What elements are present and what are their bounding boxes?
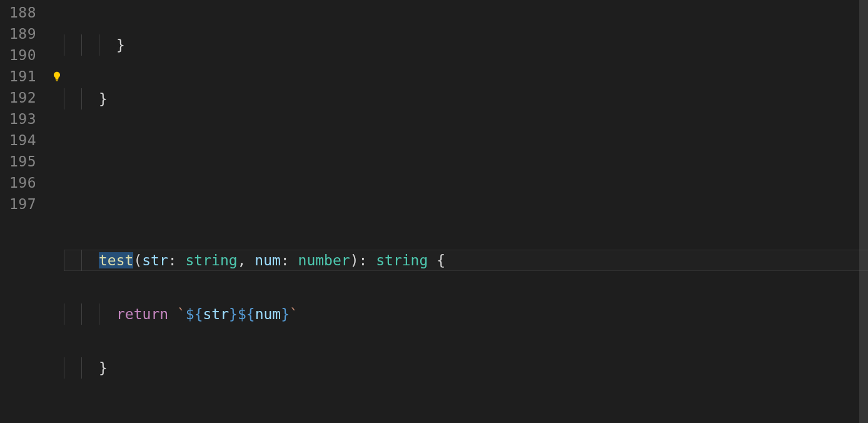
code-token: ${	[186, 306, 203, 322]
code-token: str	[142, 252, 168, 268]
scrollbar-thumb[interactable]	[859, 0, 868, 423]
code-line[interactable]: }	[64, 34, 868, 56]
code-editor[interactable]: 188 189 190 191 192 193 194 195 196 197	[0, 0, 868, 423]
code-token: }	[116, 37, 125, 53]
line-number: 191	[0, 66, 49, 87]
code-line[interactable]: }	[64, 88, 868, 110]
line-number: 193	[0, 108, 49, 130]
line-number: 192	[0, 87, 49, 108]
code-area[interactable]: } } test(str: string, num: number): stri…	[64, 0, 868, 423]
vertical-scrollbar[interactable]	[859, 0, 868, 423]
code-line[interactable]	[64, 142, 868, 163]
code-line[interactable]: }	[64, 357, 868, 379]
code-line-content: }	[64, 37, 125, 53]
code-token: ${	[238, 306, 255, 322]
code-token: }	[229, 306, 238, 322]
code-token: `	[177, 306, 186, 322]
svg-rect-0	[56, 79, 59, 80]
line-number: 196	[0, 172, 49, 193]
svg-rect-1	[56, 80, 58, 81]
code-token: }	[99, 360, 108, 376]
line-number: 197	[0, 193, 49, 215]
code-token: (	[133, 252, 142, 268]
lightbulb-icon[interactable]	[51, 71, 63, 82]
code-token: string	[376, 252, 428, 268]
code-token: {	[428, 252, 445, 268]
code-token	[168, 306, 177, 322]
code-token: ,	[238, 252, 255, 268]
code-token: string	[186, 252, 238, 268]
code-token: num	[255, 252, 281, 268]
code-token: num	[255, 306, 281, 322]
code-line[interactable]	[64, 196, 868, 217]
code-line-content: }	[64, 360, 108, 376]
code-token: }	[281, 306, 290, 322]
code-token: }	[99, 91, 108, 107]
code-token: `	[290, 306, 298, 322]
code-token: ):	[350, 252, 376, 268]
glyph-margin	[49, 0, 64, 423]
code-line[interactable]	[64, 411, 868, 423]
code-token: return	[116, 306, 168, 322]
code-token: :	[168, 252, 186, 268]
code-token: number	[298, 252, 350, 268]
line-number: 195	[0, 151, 49, 172]
code-line-content: }	[64, 91, 108, 107]
code-token: :	[281, 252, 298, 268]
code-token: test	[99, 252, 133, 268]
code-line-content: test(str: string, num: number): string {	[64, 252, 445, 268]
line-number: 189	[0, 23, 49, 44]
code-line[interactable]: test(str: string, num: number): string {	[64, 250, 868, 271]
line-number: 194	[0, 130, 49, 151]
line-number-gutter: 188 189 190 191 192 193 194 195 196 197	[0, 0, 49, 423]
line-number: 188	[0, 2, 49, 23]
line-number: 190	[0, 44, 49, 66]
code-token: str	[203, 306, 230, 322]
code-line[interactable]: return `${str}${num}`	[64, 303, 868, 325]
code-line-content: return `${str}${num}`	[64, 306, 298, 322]
